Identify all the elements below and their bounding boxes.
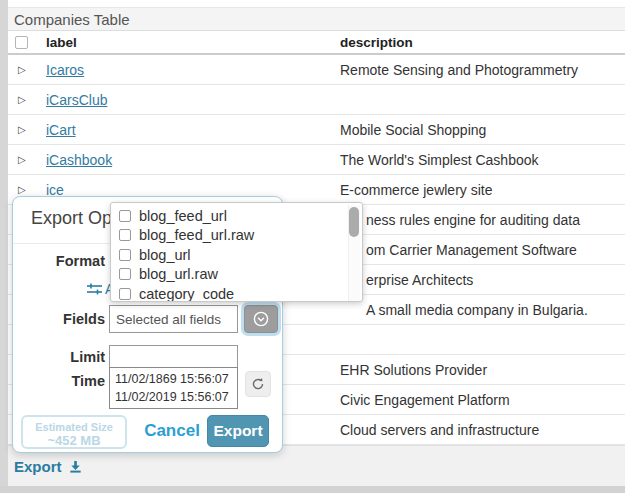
field-option-label: blog_feed_url <box>139 208 227 224</box>
field-option-label: blog_feed_url.raw <box>139 227 254 243</box>
table-row: ▷iCartMobile Social Shopping <box>8 115 625 145</box>
page: Companies Table label description ▷Icaro… <box>0 0 625 493</box>
limit-label: Limit <box>13 349 105 365</box>
company-description: om Carrier Management Software <box>340 242 625 258</box>
label-cell: Icaros <box>46 62 340 78</box>
time-from: 11/02/1869 15:56:07 <box>115 370 232 388</box>
time-label: Time <box>13 373 105 389</box>
page-left-margin <box>0 0 8 493</box>
field-option[interactable]: blog_feed_url.raw <box>111 226 362 246</box>
fields-label: Fields <box>13 311 105 327</box>
estimated-size-button[interactable]: Estimated Size ~452 MB <box>21 415 127 449</box>
panel-header: Companies Table <box>8 7 625 31</box>
company-link[interactable]: iCart <box>46 122 76 138</box>
table-row: ▷IcarosRemote Sensing and Photogrammetry <box>8 55 625 85</box>
select-all-checkbox[interactable] <box>15 36 28 49</box>
field-option[interactable]: blog_url.raw <box>111 265 362 285</box>
field-checkbox[interactable] <box>119 288 131 300</box>
field-option-label: category_code <box>139 286 234 302</box>
company-description: EHR Solutions Provider <box>340 362 625 378</box>
panel-title: Companies Table <box>14 11 130 28</box>
company-description: ness rules engine for auditing data <box>340 212 625 228</box>
company-description: E-commerce jewlery site <box>340 182 625 198</box>
row-expander-icon[interactable]: ▷ <box>8 94 46 105</box>
export-button[interactable]: Export <box>207 415 269 447</box>
label-cell: iCarsClub <box>46 92 340 108</box>
label-cell: iCart <box>46 122 340 138</box>
field-checkbox[interactable] <box>119 249 131 261</box>
company-description: erprise Architects <box>340 272 625 288</box>
time-range-box[interactable]: 11/02/1869 15:56:07 11/02/2019 15:56:07 <box>109 367 238 409</box>
export-link-label: Export <box>14 458 62 475</box>
row-expander-icon[interactable]: ▷ <box>8 184 46 195</box>
chevron-circle-down-icon <box>253 311 269 327</box>
row-expander-icon[interactable]: ▷ <box>8 154 46 165</box>
cancel-button[interactable]: Cancel <box>139 421 205 441</box>
fields-dropdown-button[interactable] <box>244 305 278 333</box>
time-refresh-button[interactable] <box>245 371 271 397</box>
field-option-label: blog_url.raw <box>139 266 218 282</box>
company-description: The World's Simplest Cashbook <box>340 152 625 168</box>
panel-top-gap <box>8 0 625 7</box>
download-icon <box>68 459 83 474</box>
format-label: Format <box>13 253 105 269</box>
column-header-description: description <box>340 35 625 50</box>
sliders-icon <box>87 283 102 296</box>
table-row: ▷iCarsClub <box>8 85 625 115</box>
page-bottom-margin <box>0 486 625 493</box>
company-description: Cloud servers and infrastructure <box>340 422 625 438</box>
estimated-size-line2: ~452 MB <box>23 434 125 448</box>
fields-input[interactable] <box>109 305 238 333</box>
company-link[interactable]: Icaros <box>46 62 84 78</box>
field-option-label: blog_url <box>139 247 191 263</box>
field-checkbox[interactable] <box>119 210 131 222</box>
row-expander-icon[interactable]: ▷ <box>8 64 46 75</box>
table-header: label description <box>8 31 625 55</box>
export-link[interactable]: Export <box>14 458 83 475</box>
company-description: Civic Engagement Platform <box>340 392 625 408</box>
fields-dropdown-items: blog_feed_urlblog_feed_url.rawblog_urlbl… <box>111 206 362 302</box>
row-expander-icon[interactable]: ▷ <box>8 124 46 135</box>
refresh-icon <box>251 377 265 391</box>
company-description: Remote Sensing and Photogrammetry <box>340 62 625 78</box>
label-cell: iCashbook <box>46 152 340 168</box>
time-to: 11/02/2019 15:56:07 <box>115 388 232 406</box>
company-description: A small media company in Bulgaria. <box>340 302 625 318</box>
table-row: ▷iCashbookThe World's Simplest Cashbook <box>8 145 625 175</box>
field-checkbox[interactable] <box>119 229 131 241</box>
field-option[interactable]: blog_feed_url <box>111 206 362 226</box>
column-header-label: label <box>46 35 340 50</box>
company-description: Mobile Social Shopping <box>340 122 625 138</box>
company-link[interactable]: iCashbook <box>46 152 112 168</box>
field-checkbox[interactable] <box>119 268 131 280</box>
field-option[interactable]: blog_url <box>111 245 362 265</box>
field-option[interactable]: category_code <box>111 284 362 302</box>
fields-dropdown-popup: blog_feed_urlblog_feed_url.rawblog_urlbl… <box>110 202 363 302</box>
company-link[interactable]: iCarsClub <box>46 92 107 108</box>
dropdown-scrollbar-thumb[interactable] <box>349 207 359 237</box>
estimated-size-line1: Estimated Size <box>23 420 125 434</box>
